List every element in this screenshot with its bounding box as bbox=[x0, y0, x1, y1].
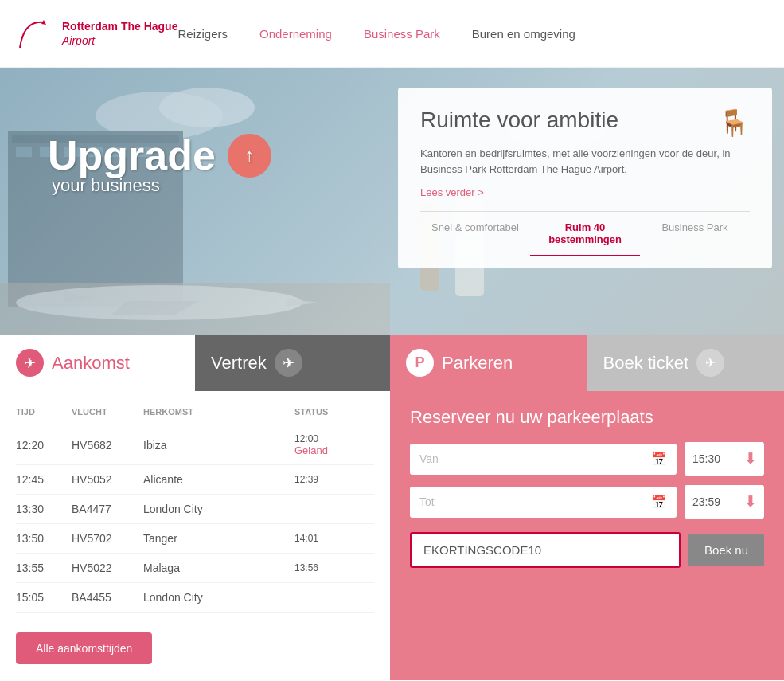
upgrade-arrow-icon: ↑ bbox=[228, 134, 271, 178]
parking-title: Reserveer nu uw parkeerplaats bbox=[410, 407, 764, 428]
flight-tijd: 13:30 bbox=[16, 503, 72, 515]
main-nav: Reizigers Onderneming Business Park Bure… bbox=[177, 27, 575, 41]
parking-tabs: P Parkeren Boek ticket ✈ bbox=[390, 335, 784, 391]
flight-tijd: 12:45 bbox=[16, 473, 72, 486]
vertrek-label: Vertrek bbox=[211, 353, 267, 374]
parking-section: P Parkeren Boek ticket ✈ Reserveer nu uw… bbox=[390, 335, 784, 680]
van-row: Van 📅 15:30 ⬇ bbox=[410, 442, 764, 476]
flight-tijd: 12:20 bbox=[16, 439, 72, 452]
arrivals-section: ✈ Aankomst Vertrek ✈ TIJD VLUCHT HERKOMS… bbox=[0, 335, 390, 680]
tot-time-picker[interactable]: 23:59 ⬇ bbox=[685, 485, 764, 519]
info-card-tabs: Snel & comfortabel Ruim 40 bestemmingen … bbox=[420, 211, 750, 256]
flight-tijd: 13:50 bbox=[16, 532, 72, 545]
flight-tijd: 15:05 bbox=[16, 591, 72, 604]
tab-boek-ticket[interactable]: Boek ticket ✈ bbox=[587, 335, 785, 391]
chair-icon: 🪑 bbox=[718, 108, 750, 138]
flight-status: 14:01 bbox=[294, 533, 374, 544]
parkeren-label: Parkeren bbox=[442, 353, 513, 374]
parking-content: Reserveer nu uw parkeerplaats Van 📅 15:3… bbox=[390, 391, 784, 584]
upgrade-heading: Upgrade ↑ bbox=[48, 131, 271, 179]
tab-parkeren[interactable]: P Parkeren bbox=[390, 335, 587, 391]
hero-text: Upgrade ↑ your business bbox=[48, 131, 271, 196]
header: Rotterdam The Hague Airport Reizigers On… bbox=[0, 0, 784, 68]
col-tijd: TIJD bbox=[16, 407, 72, 417]
vertrek-icon: ✈ bbox=[275, 349, 302, 377]
table-row: 13:30 BA4477 London City bbox=[16, 495, 374, 524]
info-card-body: Kantoren en bedrijfsruimtes, met alle vo… bbox=[420, 146, 750, 177]
hero-section: Upgrade ↑ your business Ruimte voor ambi… bbox=[0, 68, 784, 335]
svg-rect-7 bbox=[16, 147, 32, 157]
flight-table-header: TIJD VLUCHT HERKOMST STATUS bbox=[16, 399, 374, 425]
van-calendar-icon: 📅 bbox=[651, 452, 667, 467]
logo-icon bbox=[16, 16, 56, 52]
coupon-row: Boek nu bbox=[410, 532, 764, 568]
parking-form: Van 📅 15:30 ⬇ Tot 📅 23:59 bbox=[410, 442, 764, 568]
flight-vlucht: HV5022 bbox=[72, 562, 143, 574]
flight-herkomst: Alicante bbox=[143, 473, 294, 486]
flight-vlucht: HV5052 bbox=[72, 473, 143, 486]
main-content: ✈ Aankomst Vertrek ✈ TIJD VLUCHT HERKOMS… bbox=[0, 335, 784, 680]
van-date-input[interactable]: Van 📅 bbox=[410, 444, 677, 475]
van-label: Van bbox=[419, 452, 645, 465]
info-card-title-text: Ruimte voor ambitie bbox=[420, 108, 618, 133]
flight-herkomst: Malaga bbox=[143, 562, 294, 574]
table-row: 15:05 BA4455 London City bbox=[16, 583, 374, 613]
flight-status: 12:39 bbox=[294, 474, 374, 485]
logo: Rotterdam The Hague Airport bbox=[16, 16, 177, 52]
flight-vlucht: BA4477 bbox=[72, 503, 143, 515]
tot-calendar-icon: 📅 bbox=[651, 495, 667, 510]
parking-p-icon: P bbox=[406, 349, 434, 377]
col-status: STATUS bbox=[294, 407, 374, 417]
nav-reizigers[interactable]: Reizigers bbox=[177, 27, 228, 41]
nav-buren[interactable]: Buren en omgeving bbox=[472, 27, 575, 41]
aankomst-label: Aankomst bbox=[52, 353, 130, 374]
tot-row: Tot 📅 23:59 ⬇ bbox=[410, 485, 764, 519]
logo-line1: Rotterdam The Hague bbox=[62, 19, 177, 33]
info-card-link[interactable]: Lees verder > bbox=[420, 186, 484, 198]
van-time-down-icon[interactable]: ⬇ bbox=[744, 450, 756, 468]
flight-status: 13:56 bbox=[294, 562, 374, 573]
info-card-title: Ruimte voor ambitie 🪑 bbox=[420, 108, 750, 138]
arrivals-tabs: ✈ Aankomst Vertrek ✈ bbox=[0, 335, 390, 391]
col-herkomst: HERKOMST bbox=[143, 407, 294, 417]
nav-onderneming[interactable]: Onderneming bbox=[259, 27, 332, 41]
tot-time-down-icon[interactable]: ⬇ bbox=[744, 493, 756, 511]
flight-status: 12:00 Geland bbox=[294, 433, 374, 456]
flight-tijd: 13:55 bbox=[16, 562, 72, 574]
flight-herkomst: London City bbox=[143, 591, 294, 604]
flight-herkomst: Tanger bbox=[143, 532, 294, 545]
van-time-picker[interactable]: 15:30 ⬇ bbox=[685, 442, 764, 476]
table-row: 13:55 HV5022 Malaga 13:56 bbox=[16, 554, 374, 583]
flight-herkomst: London City bbox=[143, 503, 294, 515]
tot-label: Tot bbox=[419, 495, 645, 508]
boek-nu-button[interactable]: Boek nu bbox=[688, 534, 764, 566]
svg-point-3 bbox=[159, 88, 255, 127]
flight-table: TIJD VLUCHT HERKOMST STATUS 12:20 HV5682… bbox=[0, 391, 390, 620]
table-row: 12:45 HV5052 Alicante 12:39 bbox=[16, 465, 374, 495]
all-times-button[interactable]: Alle aankomsttijden bbox=[16, 632, 152, 664]
info-tab-bestemmingen[interactable]: Ruim 40 bestemmingen bbox=[530, 212, 640, 256]
aankomst-icon: ✈ bbox=[16, 349, 44, 377]
boek-plane-icon: ✈ bbox=[696, 349, 724, 377]
logo-line2: Airport bbox=[62, 33, 177, 48]
tab-aankomst[interactable]: ✈ Aankomst bbox=[0, 335, 195, 391]
logo-text: Rotterdam The Hague Airport bbox=[62, 19, 177, 48]
info-card: Ruimte voor ambitie 🪑 Kantoren en bedrij… bbox=[398, 88, 772, 268]
flight-vlucht: HV5702 bbox=[72, 532, 143, 545]
table-row: 12:20 HV5682 Ibiza 12:00 Geland bbox=[16, 425, 374, 465]
info-tab-businesspark[interactable]: Business Park bbox=[640, 212, 750, 256]
flight-herkomst: Ibiza bbox=[143, 439, 294, 452]
info-tab-snel[interactable]: Snel & comfortabel bbox=[420, 212, 530, 256]
tot-time-value: 23:59 bbox=[692, 495, 740, 508]
tab-vertrek[interactable]: Vertrek ✈ bbox=[195, 335, 390, 391]
flight-vlucht: BA4455 bbox=[72, 591, 143, 604]
flight-vlucht: HV5682 bbox=[72, 439, 143, 452]
table-row: 13:50 HV5702 Tanger 14:01 bbox=[16, 524, 374, 554]
boek-label: Boek ticket bbox=[603, 353, 689, 374]
tot-date-input[interactable]: Tot 📅 bbox=[410, 487, 677, 518]
nav-businesspark[interactable]: Business Park bbox=[364, 27, 440, 41]
coupon-input[interactable] bbox=[410, 532, 681, 568]
van-time-value: 15:30 bbox=[692, 452, 740, 465]
upgrade-label: Upgrade bbox=[48, 131, 216, 179]
col-vlucht: VLUCHT bbox=[72, 407, 143, 417]
